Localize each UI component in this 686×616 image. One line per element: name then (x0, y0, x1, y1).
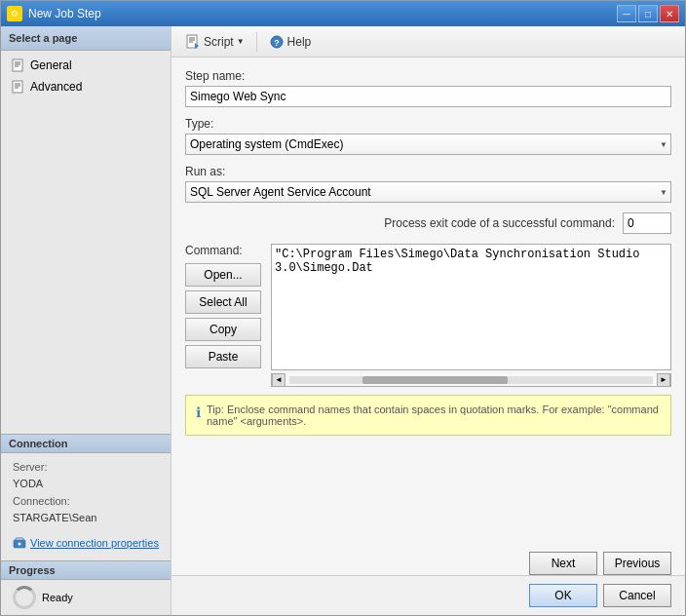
step-name-input[interactable] (185, 86, 671, 107)
run-as-select-wrapper: SQL Server Agent Service Account ▼ (185, 181, 671, 203)
advanced-label: Advanced (30, 80, 82, 94)
main-panel: Script ▼ ? Help Step name: (172, 26, 685, 615)
command-textarea[interactable]: "C:\Program Files\Simego\Data Synchronis… (271, 244, 671, 370)
step-name-label: Step name: (185, 69, 671, 83)
exit-code-input[interactable] (623, 212, 671, 234)
type-select[interactable]: Operating system (CmdExec) Transact-SQL … (185, 134, 671, 155)
view-connection-label: View connection properties (30, 537, 159, 549)
type-select-wrapper: Operating system (CmdExec) Transact-SQL … (185, 134, 671, 155)
scrollbar-track (289, 376, 653, 384)
script-label: Script (204, 35, 234, 49)
connection-value: STARGATE\Sean (13, 510, 159, 527)
window-icon: ⚙ (7, 6, 22, 21)
step-name-group: Step name: (185, 69, 671, 107)
cancel-button[interactable]: Cancel (603, 584, 671, 607)
command-area: Command: Open... Select All Copy Paste "… (185, 244, 671, 387)
progress-section-title: Progress (1, 560, 171, 580)
advanced-page-icon (11, 79, 26, 95)
exit-code-row: Process exit code of a successful comman… (185, 212, 671, 234)
title-bar-left: ⚙ New Job Step (7, 6, 101, 21)
progress-spinner (13, 586, 36, 609)
paste-button[interactable]: Paste (185, 345, 261, 368)
help-label: Help (287, 35, 312, 49)
connection-section-title: Connection (1, 434, 171, 453)
form-area: Step name: Type: Operating system (CmdEx… (172, 58, 685, 548)
scroll-right-arrow[interactable]: ► (657, 373, 670, 387)
sidebar-item-advanced[interactable]: Advanced (5, 76, 167, 97)
type-label: Type: (185, 117, 671, 131)
content-area: Select a page General (1, 26, 685, 615)
tip-icon: ℹ (196, 404, 201, 420)
svg-rect-4 (13, 81, 22, 93)
help-icon: ? (269, 34, 285, 50)
connection-icon (13, 536, 26, 550)
copy-button[interactable]: Copy (185, 318, 261, 341)
title-buttons: ─ □ ✕ (617, 5, 679, 22)
tip-box: ℹ Tip: Enclose command names that contai… (185, 395, 671, 436)
command-buttons: Command: Open... Select All Copy Paste (185, 244, 263, 387)
previous-button[interactable]: Previous (603, 552, 671, 575)
sidebar-pages: General Advanced (1, 51, 171, 101)
select-all-button[interactable]: Select All (185, 290, 261, 314)
svg-point-10 (19, 543, 21, 546)
toolbar-separator (256, 32, 257, 52)
sidebar: Select a page General (1, 26, 172, 615)
minimize-button[interactable]: ─ (617, 5, 636, 22)
run-as-select[interactable]: SQL Server Agent Service Account (185, 181, 671, 203)
maximize-button[interactable]: □ (638, 5, 658, 22)
title-bar: ⚙ New Job Step ─ □ ✕ (1, 1, 685, 26)
scrollbar-thumb (362, 376, 508, 384)
type-group: Type: Operating system (CmdExec) Transac… (185, 117, 671, 155)
server-value: YODA (13, 476, 159, 493)
script-dropdown-icon: ▼ (237, 37, 245, 46)
run-as-label: Run as: (185, 165, 671, 178)
script-button[interactable]: Script ▼ (179, 32, 250, 52)
tip-text: Tip: Enclose command names that contain … (207, 404, 661, 427)
close-button[interactable]: ✕ (660, 5, 679, 22)
toolbar: Script ▼ ? Help (172, 26, 685, 58)
progress-info: Ready (5, 580, 167, 615)
sidebar-item-general[interactable]: General (5, 55, 167, 76)
next-button[interactable]: Next (529, 552, 597, 575)
main-window: ⚙ New Job Step ─ □ ✕ Select a page (0, 0, 686, 616)
server-label: Server: (13, 459, 159, 477)
scroll-left-arrow[interactable]: ◄ (272, 373, 286, 387)
run-as-group: Run as: SQL Server Agent Service Account… (185, 165, 671, 203)
horizontal-scrollbar[interactable]: ◄ ► (271, 373, 671, 387)
progress-section: Progress Ready (1, 560, 171, 615)
ok-button[interactable]: OK (529, 584, 597, 607)
connection-info: Server: YODA Connection: STARGATE\Sean (5, 453, 167, 533)
script-icon (185, 34, 201, 50)
svg-rect-0 (13, 59, 22, 71)
command-textarea-wrapper: "C:\Program Files\Simego\Data Synchronis… (271, 244, 671, 387)
select-page-header: Select a page (1, 26, 171, 51)
general-label: General (30, 58, 72, 72)
view-connection-link[interactable]: View connection properties (5, 533, 167, 553)
nav-buttons: Next Previous (172, 548, 685, 575)
open-button[interactable]: Open... (185, 263, 261, 287)
progress-status: Ready (42, 592, 73, 603)
svg-text:?: ? (274, 38, 280, 48)
exit-code-label: Process exit code of a successful comman… (384, 216, 615, 230)
bottom-buttons: OK Cancel (172, 575, 685, 615)
help-button[interactable]: ? Help (263, 32, 318, 52)
connection-label: Connection: (13, 493, 159, 511)
general-page-icon (11, 58, 26, 73)
command-label: Command: (185, 244, 243, 257)
window-title: New Job Step (28, 7, 101, 20)
connection-section: Connection Server: YODA Connection: STAR… (1, 434, 171, 553)
